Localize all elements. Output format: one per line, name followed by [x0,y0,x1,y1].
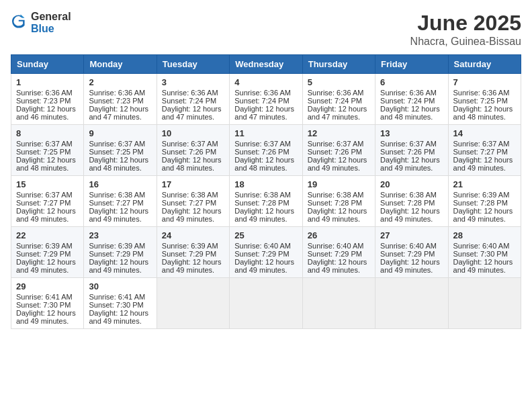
sunset-label: Sunset: 7:26 PM [308,148,362,156]
day-number: 4 [234,77,297,87]
calendar-header-row: Sunday Monday Tuesday Wednesday Thursday… [11,55,521,74]
day-number: 24 [162,230,224,240]
sunset-label: Sunset: 7:26 PM [380,148,435,156]
calendar-cell: 8 Sunrise: 6:37 AM Sunset: 7:25 PM Dayli… [11,125,84,176]
sunset-label: Sunset: 7:30 PM [453,250,508,258]
calendar-cell: 5 Sunrise: 6:36 AM Sunset: 7:24 PM Dayli… [302,74,375,125]
sunset-label: Sunset: 7:24 PM [380,97,435,105]
calendar-cell: 28 Sunrise: 6:40 AM Sunset: 7:30 PM Dayl… [448,227,521,278]
col-sunday: Sunday [11,55,84,74]
daylight-label: Daylight: 12 hours and 49 minutes. [16,207,76,223]
calendar-row: 1 Sunrise: 6:36 AM Sunset: 7:23 PM Dayli… [11,74,521,125]
day-number: 11 [234,128,297,138]
day-number: 12 [308,128,370,138]
sunset-label: Sunset: 7:25 PM [89,148,143,156]
sunset-label: Sunset: 7:23 PM [16,97,71,105]
calendar-cell: 10 Sunrise: 6:37 AM Sunset: 7:26 PM Dayl… [157,125,229,176]
day-number: 28 [453,230,516,240]
calendar-cell: 24 Sunrise: 6:39 AM Sunset: 7:29 PM Dayl… [157,227,229,278]
sunrise-label: Sunrise: 6:36 AM [89,89,145,97]
sunset-label: Sunset: 7:28 PM [380,199,435,207]
sunrise-label: Sunrise: 6:41 AM [89,293,145,301]
day-number: 26 [308,230,370,240]
sunset-label: Sunset: 7:24 PM [308,97,362,105]
day-number: 1 [16,77,79,87]
col-wednesday: Wednesday [230,55,302,74]
sunrise-label: Sunrise: 6:38 AM [380,191,437,199]
day-number: 18 [234,179,297,189]
calendar-cell: 13 Sunrise: 6:37 AM Sunset: 7:26 PM Dayl… [375,125,448,176]
daylight-label: Daylight: 12 hours and 47 minutes. [89,105,148,121]
calendar-cell: 23 Sunrise: 6:39 AM Sunset: 7:29 PM Dayl… [84,227,157,278]
calendar-cell: 27 Sunrise: 6:40 AM Sunset: 7:29 PM Dayl… [375,227,448,278]
sunrise-label: Sunrise: 6:39 AM [453,191,510,199]
calendar-cell [302,278,375,329]
daylight-label: Daylight: 12 hours and 48 minutes. [16,156,76,172]
daylight-label: Daylight: 12 hours and 49 minutes. [308,156,367,172]
calendar-row: 29 Sunrise: 6:41 AM Sunset: 7:30 PM Dayl… [11,278,521,329]
col-friday: Friday [375,55,448,74]
sunrise-label: Sunrise: 6:40 AM [453,242,510,250]
sunrise-label: Sunrise: 6:40 AM [380,242,437,250]
title-area: June 2025 Nhacra, Guinea-Bissau [410,11,521,48]
daylight-label: Daylight: 12 hours and 49 minutes. [453,156,513,172]
calendar-cell: 21 Sunrise: 6:39 AM Sunset: 7:28 PM Dayl… [448,176,521,227]
calendar-cell: 22 Sunrise: 6:39 AM Sunset: 7:29 PM Dayl… [11,227,84,278]
day-number: 27 [380,230,443,240]
sunset-label: Sunset: 7:29 PM [308,250,362,258]
daylight-label: Daylight: 12 hours and 49 minutes. [89,309,148,325]
day-number: 13 [380,128,443,138]
header: General Blue June 2025 Nhacra, Guinea-Bi… [11,11,521,48]
day-number: 20 [380,179,443,189]
daylight-label: Daylight: 12 hours and 49 minutes. [234,207,294,223]
logo-text: General Blue [31,11,71,35]
calendar-row: 8 Sunrise: 6:37 AM Sunset: 7:25 PM Dayli… [11,125,521,176]
sunrise-label: Sunrise: 6:37 AM [308,140,364,148]
daylight-label: Daylight: 12 hours and 49 minutes. [162,207,222,223]
day-number: 25 [234,230,297,240]
col-tuesday: Tuesday [157,55,229,74]
sunrise-label: Sunrise: 6:38 AM [308,191,364,199]
calendar-cell [157,278,229,329]
calendar-cell: 3 Sunrise: 6:36 AM Sunset: 7:24 PM Dayli… [157,74,229,125]
col-monday: Monday [84,55,157,74]
daylight-label: Daylight: 12 hours and 48 minutes. [453,105,513,121]
daylight-label: Daylight: 12 hours and 46 minutes. [16,105,76,121]
sunset-label: Sunset: 7:29 PM [380,250,435,258]
daylight-label: Daylight: 12 hours and 49 minutes. [16,258,76,274]
sunrise-label: Sunrise: 6:37 AM [16,140,73,148]
sunset-label: Sunset: 7:30 PM [16,301,71,309]
calendar-cell: 20 Sunrise: 6:38 AM Sunset: 7:28 PM Dayl… [375,176,448,227]
day-number: 6 [380,77,443,87]
sunrise-label: Sunrise: 6:38 AM [234,191,291,199]
day-number: 22 [16,230,79,240]
daylight-label: Daylight: 12 hours and 48 minutes. [89,156,148,172]
sunset-label: Sunset: 7:29 PM [16,250,71,258]
daylight-label: Daylight: 12 hours and 49 minutes. [308,258,367,274]
sunrise-label: Sunrise: 6:37 AM [162,140,218,148]
calendar-cell: 29 Sunrise: 6:41 AM Sunset: 7:30 PM Dayl… [11,278,84,329]
day-number: 15 [16,179,79,189]
sunset-label: Sunset: 7:24 PM [162,97,216,105]
sunset-label: Sunset: 7:26 PM [234,148,289,156]
sunset-label: Sunset: 7:27 PM [89,199,143,207]
sunrise-label: Sunrise: 6:40 AM [234,242,291,250]
daylight-label: Daylight: 12 hours and 47 minutes. [308,105,367,121]
sunset-label: Sunset: 7:29 PM [162,250,216,258]
calendar-cell [230,278,302,329]
sunrise-label: Sunrise: 6:36 AM [308,89,364,97]
sunrise-label: Sunrise: 6:36 AM [380,89,437,97]
calendar-cell: 9 Sunrise: 6:37 AM Sunset: 7:25 PM Dayli… [84,125,157,176]
calendar-cell: 2 Sunrise: 6:36 AM Sunset: 7:23 PM Dayli… [84,74,157,125]
sunset-label: Sunset: 7:23 PM [89,97,143,105]
calendar-cell: 14 Sunrise: 6:37 AM Sunset: 7:27 PM Dayl… [448,125,521,176]
sunrise-label: Sunrise: 6:36 AM [16,89,73,97]
sunset-label: Sunset: 7:30 PM [89,301,143,309]
sunrise-label: Sunrise: 6:40 AM [308,242,364,250]
col-saturday: Saturday [448,55,521,74]
logo: General Blue [11,11,71,35]
calendar-cell: 19 Sunrise: 6:38 AM Sunset: 7:28 PM Dayl… [302,176,375,227]
sunset-label: Sunset: 7:26 PM [162,148,216,156]
calendar-cell: 7 Sunrise: 6:36 AM Sunset: 7:25 PM Dayli… [448,74,521,125]
calendar: Sunday Monday Tuesday Wednesday Thursday… [11,54,521,329]
